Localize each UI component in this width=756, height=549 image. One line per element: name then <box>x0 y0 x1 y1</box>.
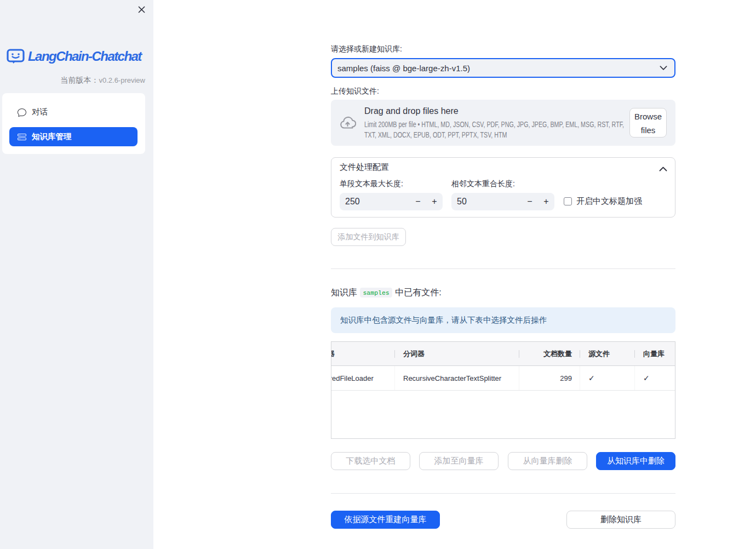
divider <box>331 268 675 269</box>
header-separator <box>634 350 635 358</box>
divider <box>331 493 675 494</box>
chunk-overlap-minus-button[interactable]: − <box>522 193 538 210</box>
chunk-overlap-plus-button[interactable]: + <box>538 193 554 210</box>
cell-loader[interactable]: UnstructuredFileLoader <box>331 366 394 390</box>
file-dropzone[interactable]: Drag and drop files here Limit 200MB per… <box>331 100 675 146</box>
cell-separator <box>394 366 395 390</box>
header-separator <box>519 350 519 358</box>
column-header-label: 向量库 <box>634 349 665 359</box>
info-alert: 知识库中包含源文件与向量库，请从下表中选择文件后操作 <box>331 307 675 333</box>
logo-chat-icon <box>7 49 25 64</box>
chevron-up-icon[interactable] <box>659 163 667 171</box>
chunk-size-input[interactable]: 250 − + <box>340 193 443 210</box>
uploader-label: 上传知识文件: <box>331 87 675 96</box>
app-logo: LangChain-Chatchat <box>7 48 147 65</box>
header-separator <box>394 350 395 358</box>
column-header-splitter[interactable]: 分词器 <box>394 342 519 365</box>
chunk-overlap-value: 50 <box>457 197 522 207</box>
zh-title-enhance-label: 开启中文标题加强 <box>576 196 642 207</box>
sidebar-item-label: 知识库管理 <box>32 131 72 142</box>
column-header-vector-db[interactable]: 向量库 <box>634 342 675 365</box>
cell-separator <box>634 366 635 390</box>
dropzone-limit-text: Limit 200MB per file • HTML, MD, JSON, C… <box>364 119 626 140</box>
table-header: 文档加载器 分词器 文档数量 源文件 向量库 <box>331 342 675 366</box>
sidebar-item-label: 对话 <box>32 107 48 117</box>
browse-files-button[interactable]: Browse files <box>629 108 667 138</box>
chunk-overlap-input[interactable]: 50 − + <box>451 193 554 210</box>
cell-separator <box>580 366 580 390</box>
cell-vector-db[interactable]: ✓ <box>634 366 675 390</box>
table-row[interactable]: UnstructuredFileLoader RecursiveCharacte… <box>331 366 675 391</box>
sidebar-item-knowledge-base[interactable]: 知识库管理 <box>9 127 138 146</box>
info-alert-text: 知识库中包含源文件与向量库，请从下表中选择文件后操作 <box>340 315 547 325</box>
rebuild-vector-button[interactable]: 依据源文件重建向量库 <box>331 511 440 529</box>
sidebar-item-dialogue[interactable]: 对话 <box>9 102 138 122</box>
sidebar: LangChain-Chatchat 当前版本：v0.2.6-preview 对… <box>0 0 153 549</box>
checkmark-icon: ✓ <box>580 374 595 382</box>
kb-files-prefix: 知识库 <box>331 287 359 299</box>
cell-text: RecursiveCharacterTextSplitter <box>394 374 501 382</box>
cell-text: UnstructuredFileLoader <box>331 374 374 382</box>
cell-separator <box>519 366 519 390</box>
sidebar-close-button[interactable] <box>135 3 147 15</box>
chevron-down-icon <box>659 64 668 72</box>
column-header-label: 分词器 <box>394 349 425 359</box>
expander-title[interactable]: 文件处理配置 <box>340 162 389 173</box>
kb-files-suffix: 中已有文件: <box>393 287 442 299</box>
column-header-label: 文档数量 <box>543 349 580 359</box>
checkmark-icon: ✓ <box>634 374 650 382</box>
cell-splitter[interactable]: RecursiveCharacterTextSplitter <box>394 366 519 390</box>
cell-text: 299 <box>560 374 580 382</box>
checkbox-box[interactable] <box>564 197 572 205</box>
chunk-size-label: 单段文本最大长度: <box>340 179 403 189</box>
chat-bubble-icon <box>18 108 26 117</box>
cell-docs-count[interactable]: 299 <box>519 366 580 390</box>
kb-select-label: 请选择或新建知识库: <box>331 44 675 54</box>
chunk-overlap-label: 相邻文本重合长度: <box>451 179 515 189</box>
logo-text: LangChain-Chatchat <box>28 49 141 64</box>
column-header-docs-count[interactable]: 文档数量 <box>519 342 580 365</box>
version-label: 当前版本： <box>60 76 99 84</box>
version-value: v0.2.6-preview <box>99 76 145 84</box>
cell-source-file[interactable]: ✓ <box>580 366 634 390</box>
kb-files-heading: 知识库 samples 中已有文件: <box>331 287 675 298</box>
column-header-label: 源文件 <box>580 349 610 359</box>
kb-files-table[interactable]: 文档加载器 分词器 文档数量 源文件 向量库 UnstructuredFileL… <box>331 341 675 439</box>
chunk-size-value: 250 <box>345 197 410 207</box>
cloud-upload-icon <box>339 116 356 130</box>
header-separator <box>580 350 580 358</box>
kb-select-value: samples (faiss @ bge-large-zh-v1.5) <box>337 64 470 73</box>
dropzone-title: Drag and drop files here <box>364 106 459 116</box>
delete-from-kb-button[interactable]: 从知识库中删除 <box>596 452 675 470</box>
column-header-source-file[interactable]: 源文件 <box>580 342 634 365</box>
hdd-stack-icon <box>18 133 26 141</box>
download-selected-button[interactable]: 下载选中文档 <box>331 452 410 470</box>
column-header-loader[interactable]: 文档加载器 <box>331 342 394 365</box>
column-header-label: 文档加载器 <box>331 349 335 359</box>
sidebar-menu: 对话 知识库管理 <box>2 93 145 154</box>
add-files-button[interactable]: 添加文件到知识库 <box>331 228 406 246</box>
close-icon <box>138 6 145 13</box>
chunk-size-minus-button[interactable]: − <box>410 193 426 210</box>
delete-kb-button[interactable]: 删除知识库 <box>566 511 675 529</box>
kb-name-code: samples <box>360 288 392 298</box>
zh-title-enhance-checkbox[interactable]: 开启中文标题加强 <box>564 196 642 207</box>
delete-from-vector-button[interactable]: 从向量库删除 <box>508 452 587 470</box>
file-config-expander: 文件处理配置 单段文本最大长度: 相邻文本重合长度: 250 − + 50 − … <box>331 157 675 218</box>
kb-select[interactable]: samples (faiss @ bge-large-zh-v1.5) <box>331 58 675 78</box>
add-to-vector-button[interactable]: 添加至向量库 <box>419 452 499 470</box>
chunk-size-plus-button[interactable]: + <box>426 193 443 210</box>
version-caption: 当前版本：v0.2.6-preview <box>0 76 145 85</box>
